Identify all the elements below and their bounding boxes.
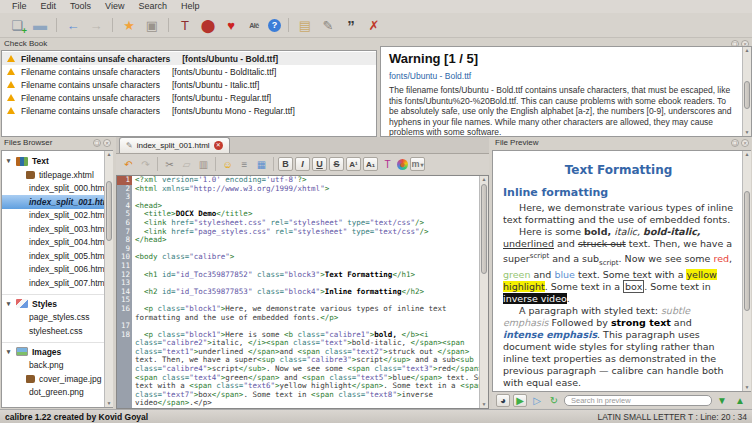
- subscript-icon[interactable]: A₁: [363, 157, 378, 171]
- menu-help[interactable]: Help: [174, 0, 207, 13]
- css-class-icon[interactable]: m: [410, 157, 425, 171]
- close-panel-icon[interactable]: ✕: [103, 139, 111, 147]
- scroll-up-icon[interactable]: ▲: [743, 151, 751, 158]
- scroll-down-icon[interactable]: ▼: [743, 129, 751, 136]
- check-warning-row[interactable]: Filename contains unsafe characters[font…: [2, 104, 376, 117]
- smiley-icon[interactable]: ☺: [220, 157, 235, 171]
- speaker-icon[interactable]: ▣: [143, 16, 161, 34]
- save-icon[interactable]: ▬: [31, 16, 49, 34]
- clean-icon[interactable]: ✗: [365, 16, 383, 34]
- file-item[interactable]: index_split_001.html: [2, 195, 112, 209]
- files-browser-title: Files Browser ❏ ✕: [0, 137, 114, 149]
- menu-edit[interactable]: Edit: [34, 0, 64, 13]
- file-name: cover_image.jpg: [39, 374, 101, 384]
- preview-toolbar: ◕▶▷↻ ▼▲: [492, 392, 751, 408]
- menu-tools[interactable]: Tools: [63, 0, 98, 13]
- color-text-icon[interactable]: T: [380, 157, 395, 171]
- run-preview-icon[interactable]: ▶: [513, 394, 527, 407]
- warning-file-link[interactable]: fonts/Ubuntu - Bold.ttf: [389, 71, 735, 81]
- scroll-down-icon[interactable]: ▼: [743, 384, 751, 391]
- arrange-icon[interactable]: ▤: [296, 16, 314, 34]
- copy-icon[interactable]: ▱: [179, 157, 194, 171]
- float-panel-icon[interactable]: ❏: [731, 139, 739, 147]
- color-wheel-icon[interactable]: ●: [397, 159, 408, 170]
- file-name: index_split_006.html: [29, 264, 107, 274]
- bold-icon[interactable]: B: [278, 157, 293, 171]
- menu-search[interactable]: Search: [131, 0, 174, 13]
- file-item[interactable]: titlepage.xhtml: [2, 168, 112, 182]
- file-item[interactable]: index_split_007.html: [2, 276, 112, 290]
- files-section-images[interactable]: ▾Images: [2, 342, 112, 359]
- find-next-icon[interactable]: ▼: [715, 394, 729, 407]
- strike-icon[interactable]: S: [329, 157, 344, 171]
- files-section-text[interactable]: ▾Text: [2, 154, 112, 168]
- preview-search-input[interactable]: [564, 395, 712, 406]
- image-icon[interactable]: ▦: [254, 157, 269, 171]
- scroll-thumb[interactable]: [744, 81, 750, 109]
- redo-icon[interactable]: ↷: [138, 157, 153, 171]
- scroll-down-icon[interactable]: ▼: [480, 401, 488, 408]
- find-prev-icon[interactable]: ▲: [733, 394, 747, 407]
- file-item[interactable]: index_split_005.html: [2, 249, 112, 263]
- preview-scrollbar[interactable]: ▲ ▼: [742, 151, 751, 391]
- file-item[interactable]: index_split_004.html: [2, 236, 112, 250]
- refresh-icon[interactable]: ↻: [547, 394, 561, 407]
- file-item[interactable]: index_split_002.html: [2, 209, 112, 223]
- quotes-icon[interactable]: ”: [342, 16, 360, 34]
- underline-icon[interactable]: U: [312, 157, 327, 171]
- file-item[interactable]: stylesheet.css: [2, 324, 112, 338]
- file-item[interactable]: page_styles.css: [2, 311, 112, 325]
- file-item[interactable]: back.png: [2, 359, 112, 373]
- chevron-down-icon: ▾: [5, 348, 12, 356]
- donate-heart-icon[interactable]: ♥: [222, 16, 240, 34]
- insert-icon[interactable]: ✎: [319, 16, 337, 34]
- italic-icon[interactable]: I: [295, 157, 310, 171]
- font-title-icon[interactable]: T: [176, 16, 194, 34]
- help-icon[interactable]: ?: [268, 19, 281, 32]
- menu-view[interactable]: View: [98, 0, 131, 13]
- menu-file[interactable]: File: [5, 0, 34, 13]
- wand-icon[interactable]: ★: [120, 16, 138, 34]
- scroll-thumb[interactable]: [481, 184, 487, 274]
- file-item[interactable]: index_split_006.html: [2, 263, 112, 277]
- undo-icon[interactable]: ↶: [121, 157, 136, 171]
- tab-index-split-001[interactable]: ✎ index_split_001.html ✕: [119, 137, 230, 153]
- cut-icon[interactable]: ✂: [162, 157, 177, 171]
- images-icon: [16, 347, 28, 356]
- superscript-icon[interactable]: A¹: [346, 157, 361, 171]
- check-book-bug-icon[interactable]: ⬤: [199, 16, 217, 34]
- scroll-up-icon[interactable]: ▲: [480, 176, 488, 183]
- close-panel-icon[interactable]: ✕: [741, 139, 749, 147]
- scroll-thumb[interactable]: [744, 191, 750, 311]
- scroll-down-icon[interactable]: ▼: [105, 400, 113, 407]
- file-item[interactable]: dot_green.png: [2, 386, 112, 400]
- files-scrollbar[interactable]: ▲ ▼: [104, 151, 113, 407]
- forward-icon[interactable]: →: [87, 16, 105, 34]
- tab-close-icon[interactable]: ✕: [214, 141, 223, 150]
- text-block-icon[interactable]: ≡: [237, 157, 252, 171]
- scroll-thumb[interactable]: [106, 181, 112, 241]
- code-editor[interactable]: 1<?xml version='1.0' encoding='utf-8'?>2…: [116, 175, 489, 409]
- paste-icon[interactable]: ▥: [196, 157, 211, 171]
- new-file-icon[interactable]: ❏: [8, 16, 26, 34]
- files-browser-panel: Files Browser ❏ ✕ ▾Texttitlepage.xhtmlin…: [0, 137, 114, 409]
- spellcheck-icon[interactable]: Ałč: [245, 16, 263, 34]
- editor-scrollbar[interactable]: ▲ ▼: [479, 176, 488, 408]
- scroll-up-icon[interactable]: ▲: [743, 47, 751, 54]
- files-section-styles[interactable]: ▾Styles: [2, 294, 112, 311]
- files-tree: ▾Texttitlepage.xhtmlindex_split_000.html…: [1, 150, 113, 408]
- check-warning-row[interactable]: Filename contains unsafe characters[font…: [2, 52, 376, 65]
- warning-scrollbar[interactable]: ▲ ▼: [742, 47, 751, 136]
- check-warning-row[interactable]: Filename contains unsafe characters[font…: [2, 91, 376, 104]
- file-name: dot_green.png: [29, 387, 84, 397]
- check-warning-row[interactable]: Filename contains unsafe characters[font…: [2, 65, 376, 78]
- auto-refresh-icon[interactable]: ◕: [496, 394, 510, 407]
- file-item[interactable]: cover_image.jpg: [2, 372, 112, 386]
- back-icon[interactable]: ←: [64, 16, 82, 34]
- float-panel-icon[interactable]: ❏: [93, 139, 101, 147]
- scroll-up-icon[interactable]: ▲: [105, 151, 113, 158]
- file-item[interactable]: index_split_000.html: [2, 182, 112, 196]
- file-item[interactable]: index_split_003.html: [2, 222, 112, 236]
- check-warning-row[interactable]: Filename contains unsafe characters[font…: [2, 78, 376, 91]
- sync-position-icon[interactable]: ▷: [530, 394, 544, 407]
